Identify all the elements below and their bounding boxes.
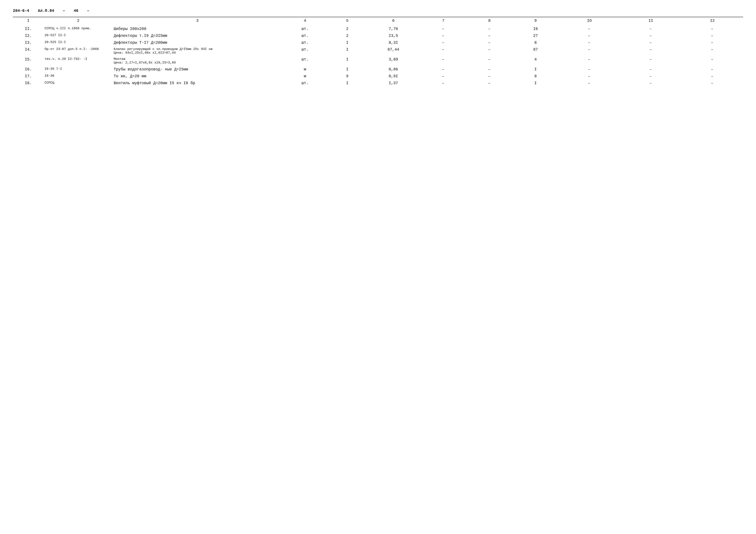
row-c11: – <box>620 56 682 66</box>
row-price: 87,44 <box>366 46 420 56</box>
row-ref: 20-527 I2-I <box>44 32 113 39</box>
row-c9: I6 <box>513 25 559 32</box>
row-c12: – <box>682 46 743 56</box>
row-ref: тех.ч. п.29 I2-792- -I <box>44 56 113 66</box>
row-c8: – <box>467 46 513 56</box>
row-id: I3. <box>13 39 44 46</box>
row-id: I4. <box>13 46 44 56</box>
row-ref: ССРСЦ <box>44 80 113 87</box>
page-header: 284-6-4 Ал.П.84 – 46 – <box>13 9 743 13</box>
row-desc: Шиберы 200х200 <box>113 25 282 32</box>
table-row: I2. 20-527 I2-I Дефлекторы т.I9 Д=3I5мм … <box>13 32 743 39</box>
row-ref: 20-525 I2-I <box>44 39 113 46</box>
col-header-6: 6 <box>366 17 420 25</box>
row-id: I8. <box>13 80 44 87</box>
row-c8: – <box>467 66 513 73</box>
row-c11: – <box>620 46 682 56</box>
row-price: 0,86 <box>366 66 420 73</box>
row-ref: ССРСЦ ч.III п.1868 прим. <box>44 25 113 32</box>
row-unit: шт. <box>282 39 328 46</box>
row-desc: Дефлекторы т.I9 Д=3I5мм <box>113 32 282 39</box>
row-c12: – <box>682 56 743 66</box>
page-number: 46 <box>74 9 78 13</box>
row-c9: 8 <box>513 39 559 46</box>
row-price: I,37 <box>366 80 420 87</box>
row-c12: – <box>682 39 743 46</box>
row-unit: шт. <box>282 80 328 87</box>
row-c9: 87 <box>513 46 559 56</box>
row-ref: Пр-нт 23-07 доп.5 п.I- -2666 <box>44 46 113 56</box>
row-unit: шт. <box>282 46 328 56</box>
row-unit: м <box>282 73 328 80</box>
table-row: I6. I6-35 7-I Трубы водогазопровод- ные … <box>13 66 743 73</box>
row-c11: – <box>620 39 682 46</box>
row-qty: 2 <box>328 32 366 39</box>
row-desc: То же, Д=20 мм <box>113 73 282 80</box>
row-id: I7. <box>13 73 44 80</box>
row-c10: – <box>559 25 620 32</box>
col-header-2: 2 <box>44 17 113 25</box>
row-c12: – <box>682 32 743 39</box>
col-header-3: 3 <box>113 17 282 25</box>
row-c12: – <box>682 80 743 87</box>
table-row: I4. Пр-нт 23-07 доп.5 п.I- -2666 Клапан … <box>13 46 743 56</box>
col-header-4: 4 <box>282 17 328 25</box>
row-id: I5. <box>13 56 44 66</box>
row-unit: шт. <box>282 25 328 32</box>
row-c10: – <box>559 73 620 80</box>
row-c7: – <box>420 32 467 39</box>
row-qty: 2 <box>328 25 366 32</box>
separator1: – <box>63 9 65 13</box>
row-c8: – <box>467 80 513 87</box>
row-c11: – <box>620 32 682 39</box>
col-header-11: II <box>620 17 682 25</box>
table-row: I7. I6-36 То же, Д=20 мм м 9 0,9I – – 8 … <box>13 73 743 80</box>
row-c12: – <box>682 66 743 73</box>
column-headers: I 2 3 4 5 6 7 8 9 IO II I2 <box>13 17 743 25</box>
col-header-9: 9 <box>513 17 559 25</box>
row-unit: шт. <box>282 32 328 39</box>
row-c7: – <box>420 25 467 32</box>
row-c7: – <box>420 39 467 46</box>
table-row: I5. тех.ч. п.29 I2-792- -I Монтаж Цена: … <box>13 56 743 66</box>
row-c10: – <box>559 80 620 87</box>
row-c10: – <box>559 39 620 46</box>
separator2: – <box>87 9 90 13</box>
row-ref: I6-36 <box>44 73 113 80</box>
col-header-1: I <box>13 17 44 25</box>
row-desc: Монтаж Цена: 2,I7+I,87х0,8х х29,I5=3,89 <box>113 56 282 66</box>
row-price: 7,76 <box>366 25 420 32</box>
row-price: 3,89 <box>366 56 420 66</box>
row-desc: Клапан регулирующий с эл.приводом Д=I5мм… <box>113 46 282 56</box>
col-header-5: 5 <box>328 17 366 25</box>
col-header-7: 7 <box>420 17 467 25</box>
main-table: I 2 3 4 5 6 7 8 9 IO II I2 II. ССРСЦ ч.I… <box>13 17 743 87</box>
row-c7: – <box>420 73 467 80</box>
row-price: 8,3I <box>366 39 420 46</box>
row-desc: Дефлекторы Т-I7 Д=200мм <box>113 39 282 46</box>
row-c8: – <box>467 25 513 32</box>
col-header-8: 8 <box>467 17 513 25</box>
row-c9: 8 <box>513 73 559 80</box>
row-c11: – <box>620 25 682 32</box>
row-c7: – <box>420 56 467 66</box>
row-c8: – <box>467 32 513 39</box>
row-c12: – <box>682 25 743 32</box>
col-header-12: I2 <box>682 17 743 25</box>
row-id: II. <box>13 25 44 32</box>
table-row: II. ССРСЦ ч.III п.1868 прим. Шиберы 200х… <box>13 25 743 32</box>
row-qty: I <box>328 39 366 46</box>
row-unit: м <box>282 66 328 73</box>
row-c10: – <box>559 46 620 56</box>
row-price: 0,9I <box>366 73 420 80</box>
row-c9: 27 <box>513 32 559 39</box>
row-id: I2. <box>13 32 44 39</box>
col-header-10: IO <box>559 17 620 25</box>
row-c8: – <box>467 73 513 80</box>
table-row: I3. 20-525 I2-I Дефлекторы Т-I7 Д=200мм … <box>13 39 743 46</box>
row-c11: – <box>620 66 682 73</box>
doc-number: 284-6-4 <box>13 9 29 13</box>
row-qty: I <box>328 56 366 66</box>
row-c7: – <box>420 46 467 56</box>
row-c10: – <box>559 66 620 73</box>
